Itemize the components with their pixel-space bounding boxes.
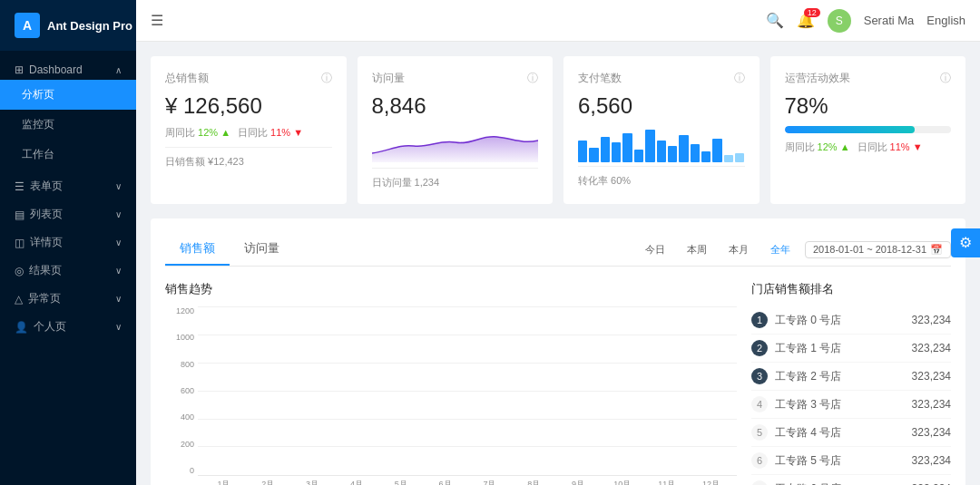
settings-gear-button[interactable]: ⚙ [951,228,980,257]
ranking-item-1: 1 工专路 0 号店 323,234 [751,306,951,335]
x-label-may: 5月 [378,479,423,485]
mini-bar-14 [724,155,733,162]
rank-name-2: 工专路 1 号店 [775,341,905,356]
date-btn-month[interactable]: 本月 [721,240,756,259]
forms-icon: ☰ [15,180,24,193]
errors-icon: △ [15,293,23,306]
nav-group-details[interactable]: ◫ 详情页 ∨ [0,226,136,254]
sidebar-item-monitor[interactable]: 监控页 [0,110,136,140]
logo-text: Ant Design Pro [47,19,132,33]
forms-arrow-icon: ∨ [115,181,122,191]
topbar-right: 🔍 🔔 12 S Serati Ma English [766,9,965,33]
menu-toggle-icon[interactable]: ☰ [151,12,163,29]
x-label-feb: 2月 [246,479,290,485]
visits-title: 访问量 ⓘ [372,71,539,86]
rank-value-3: 323,234 [912,370,951,383]
date-range-picker[interactable]: 2018-01-01 ~ 2018-12-31 📅 [805,241,951,258]
x-label-oct: 10月 [600,479,644,485]
notification-badge: 12 [804,8,820,17]
date-btn-today[interactable]: 今日 [638,240,672,259]
rank-num-2: 2 [751,340,768,356]
rank-value-2: 323,234 [912,342,951,354]
visits-footer: 日访问量 1,234 [372,168,539,189]
campaign-progress-bar [785,126,952,133]
y-label-600: 600 [181,386,194,395]
nav-group-results-label: 结果页 [29,263,62,278]
mini-bar-9 [668,146,677,162]
nav-group-dashboard-label: Dashboard [29,63,83,76]
payments-mini-bars [578,126,745,162]
mini-bar-6 [634,150,643,162]
user-name[interactable]: Serati Ma [864,14,915,27]
y-label-0: 0 [190,466,194,475]
mini-bar-7 [645,130,654,162]
nav-group-dashboard[interactable]: ⊞ Dashboard ∧ [0,54,136,80]
total-sales-info-icon[interactable]: ⓘ [321,71,332,86]
payments-info-icon[interactable]: ⓘ [734,71,745,86]
bell-icon[interactable]: 🔔 12 [797,12,815,29]
mini-bar-12 [701,151,710,162]
y-axis: 1200 1000 800 600 400 200 0 [165,306,198,475]
date-btn-week[interactable]: 本周 [680,240,714,259]
total-sales-footer: 日销售额 ¥12,423 [165,147,332,169]
mini-bar-10 [679,135,688,162]
nav-group-lists-label: 列表页 [30,207,63,222]
chart-left: 销售趋势 1200 1000 800 600 400 200 0 [165,281,737,485]
bars-row [198,306,737,475]
campaign-info-icon[interactable]: ⓘ [940,71,951,86]
mini-bar-3 [601,137,610,162]
x-label-apr: 4月 [334,479,378,485]
ranking-item-3: 3 工专路 2 号店 323,234 [751,363,951,391]
mini-bar-11 [691,144,700,162]
dashboard-icon: ⊞ [15,63,24,76]
tab-sales[interactable]: 销售额 [165,233,230,266]
x-label-mar: 3月 [290,479,335,485]
logo-icon: A [15,13,40,38]
nav-group-profile[interactable]: 👤 个人页 ∨ [0,310,136,338]
nav-group-forms[interactable]: ☰ 表单页 ∨ [0,170,136,198]
workspace-label: 工作台 [22,147,54,162]
search-icon[interactable]: 🔍 [766,12,784,29]
tab-visits[interactable]: 访问量 [230,233,294,266]
campaign-value: 78% [785,93,952,119]
total-sales-title: 总销售额 ⓘ [165,71,332,86]
campaign-progress-fill [785,126,915,133]
ranking-list: 1 工专路 0 号店 323,234 2 工专路 1 号店 323,234 3 … [751,306,951,485]
sidebar-item-workspace[interactable]: 工作台 [0,140,136,170]
visits-info-icon[interactable]: ⓘ [527,71,538,86]
topbar: ☰ 🔍 🔔 12 S Serati Ma English [136,0,980,42]
y-label-400: 400 [181,412,194,422]
x-label-jan: 1月 [201,479,246,485]
chart-body: 销售趋势 1200 1000 800 600 400 200 0 [165,281,951,485]
nav-group-lists[interactable]: ▤ 列表页 ∨ [0,198,136,226]
nav-group-profile-label: 个人页 [34,319,66,335]
analytics-label: 分析页 [22,87,54,102]
ranking-item-7: 7 工专路 6 号店 323,234 [751,475,951,485]
ranking-title: 门店销售额排名 [751,281,951,297]
visits-sparkline [372,126,539,162]
ranking-item-4: 4 工专路 3 号店 323,234 [751,391,951,419]
x-label-nov: 11月 [644,479,689,485]
language-button[interactable]: English [926,14,965,27]
ranking-item-2: 2 工专路 1 号店 323,234 [751,335,951,363]
x-label-aug: 8月 [512,479,556,485]
x-label-jul: 7月 [467,479,512,485]
rank-name-3: 工专路 2 号店 [775,369,905,384]
y-label-1200: 1200 [176,306,194,315]
rank-name-1: 工专路 0 号店 [775,313,905,328]
rank-name-5: 工专路 4 号店 [775,425,905,441]
mini-bar-5 [622,133,632,162]
y-label-200: 200 [181,440,194,449]
rank-num-1: 1 [751,312,768,328]
sidebar-item-analytics[interactable]: 分析页 [0,80,136,110]
nav-group-results[interactable]: ◎ 结果页 ∨ [0,254,136,282]
campaign-trend: 周同比 12% ▲ 日同比 11% ▼ [785,141,952,154]
stat-card-total-sales: 总销售额 ⓘ ¥ 126,560 周同比 12% ▲ 日同比 11% ▼ 日销售… [151,56,347,204]
date-btn-year[interactable]: 全年 [763,240,798,259]
dashboard-arrow-icon: ∧ [115,65,122,75]
nav-group-errors[interactable]: △ 异常页 ∨ [0,282,136,310]
sidebar-nav: ⊞ Dashboard ∧ 分析页 监控页 工作台 ☰ 表单页 ∨ ▤ 列表页 [0,51,136,485]
mini-bar-8 [657,141,666,162]
ranking-item-6: 6 工专路 5 号店 323,234 [751,447,951,475]
y-label-800: 800 [181,360,194,369]
